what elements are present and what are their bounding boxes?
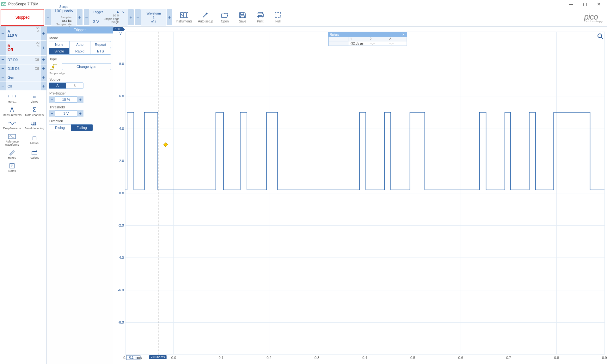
off-row: − Off + xyxy=(0,82,46,90)
direction-falling[interactable]: Falling xyxy=(71,124,93,131)
instruments-icon xyxy=(180,11,188,19)
svg-rect-3 xyxy=(187,13,188,18)
rulers-close-icon[interactable]: ✕ xyxy=(401,33,406,36)
channel-a-button[interactable]: A ±10 V DCx1 xyxy=(6,27,41,40)
gen-minus[interactable]: − xyxy=(0,73,6,82)
d7d0-plus[interactable]: + xyxy=(41,56,46,64)
trigger-panel: Trigger Mode None Auto Repeat Single Rap… xyxy=(47,27,113,364)
direction-rising[interactable]: Rising xyxy=(49,124,71,131)
svg-rect-5 xyxy=(257,14,263,16)
threshold-label: Threshold xyxy=(49,105,111,109)
scope-settings[interactable]: Scope 100 µs/div Samples 62.5 kS Sample … xyxy=(51,9,77,26)
auto-setup-button[interactable]: Auto setup xyxy=(195,9,216,26)
measurements-button[interactable]: Measurements xyxy=(1,106,23,118)
off-minus[interactable]: − xyxy=(0,82,6,90)
pencil-icon xyxy=(8,149,16,156)
threshold-minus[interactable]: − xyxy=(49,110,55,117)
mode-none[interactable]: None xyxy=(49,41,70,48)
deepmeasure-button[interactable]: DeepMeasure xyxy=(1,119,23,131)
d15d8-button[interactable]: D15-D8 Off xyxy=(6,64,41,73)
d15d8-minus[interactable]: − xyxy=(0,64,6,73)
channel-d7d0-row: − D7-D0 Off + xyxy=(0,56,46,64)
waveform-next[interactable]: + xyxy=(167,9,172,25)
instruments-button[interactable]: Instruments xyxy=(173,9,195,26)
trigger-plus[interactable]: + xyxy=(128,9,134,25)
pico-logo: pico Technology xyxy=(584,9,603,26)
mode-repeat[interactable]: Repeat xyxy=(90,41,111,48)
gen-button[interactable]: Gen xyxy=(6,73,41,82)
direction-label: Direction xyxy=(49,119,111,123)
mode-single[interactable]: Single xyxy=(49,48,70,54)
notes-icon xyxy=(8,163,16,169)
serial-decoding-button[interactable]: 1101Serial decoding xyxy=(24,119,46,131)
channel-strip: − A ±10 V DCx1 + − B Off DCx1 + − D7-D0 … xyxy=(0,27,47,364)
window-title: PicoScope 7 T&M xyxy=(8,2,564,6)
more-button[interactable]: ⋮⋮⋮More... xyxy=(1,92,23,105)
svg-rect-10 xyxy=(32,152,37,155)
trigger-minus[interactable]: − xyxy=(84,9,89,25)
reference-waveforms-button[interactable]: Reference waveforms xyxy=(1,132,23,148)
mode-auto[interactable]: Auto xyxy=(70,41,90,48)
type-caption: Simple edge xyxy=(49,72,111,75)
off-plus[interactable]: + xyxy=(41,82,46,90)
pretrigger-plus[interactable]: + xyxy=(77,96,83,103)
rulers-box[interactable]: Rulers — ✕ 12Δ -32.35 µs--.----.-- xyxy=(328,32,407,46)
side-tool-grid: ⋮⋮⋮More... ⊞Views Measurements ΣMath cha… xyxy=(0,91,46,175)
channel-b-minus[interactable]: − xyxy=(0,41,6,55)
source-selector: A B xyxy=(49,82,83,89)
open-button[interactable]: Open xyxy=(216,9,233,26)
maximize-button[interactable]: ▢ xyxy=(578,0,592,8)
masks-button[interactable]: Masks xyxy=(24,132,46,148)
channel-b-button[interactable]: B Off DCx1 xyxy=(6,41,41,55)
change-type-button[interactable]: Change type xyxy=(62,63,111,70)
run-stop-button[interactable]: Stopped xyxy=(1,9,44,26)
minimize-button[interactable]: — xyxy=(564,0,578,8)
mode-row-1: None Auto Repeat xyxy=(49,41,111,48)
rulers-minimize-icon[interactable]: — xyxy=(398,33,401,36)
full-button[interactable]: Full xyxy=(269,9,286,26)
svg-rect-2 xyxy=(184,13,186,18)
serial-icon: 1101 xyxy=(31,120,38,126)
source-a[interactable]: A xyxy=(49,83,66,88)
waveform-prev[interactable]: − xyxy=(135,9,141,25)
close-button[interactable]: ✕ xyxy=(592,0,606,8)
gen-plus[interactable]: + xyxy=(41,73,46,82)
main-toolbar: Stopped − Scope 100 µs/div Samples 62.5 … xyxy=(0,8,607,27)
pretrigger-value[interactable]: 10 % xyxy=(55,96,77,103)
threshold-plus[interactable]: + xyxy=(77,110,83,117)
views-button[interactable]: ⊞Views xyxy=(24,92,46,105)
actions-button[interactable]: Actions xyxy=(24,148,46,161)
svg-text:1101: 1101 xyxy=(32,124,36,126)
trigger-panel-header: Trigger xyxy=(47,27,113,33)
y-range-flag[interactable]: 10.0 xyxy=(113,27,123,31)
print-button[interactable]: Print xyxy=(252,9,269,26)
scope-plot[interactable]: -0.1-0.00.10.20.30.40.50.60.70.80.98.06.… xyxy=(125,32,604,355)
d15d8-plus[interactable]: + xyxy=(41,64,46,73)
off-button[interactable]: Off xyxy=(6,82,41,90)
main-area: − A ±10 V DCx1 + − B Off DCx1 + − D7-D0 … xyxy=(0,27,607,364)
svg-point-15 xyxy=(52,66,54,68)
timebase-minus[interactable]: − xyxy=(45,9,51,25)
mode-rapid[interactable]: Rapid xyxy=(70,48,90,54)
pretrigger-minus[interactable]: − xyxy=(49,96,55,103)
notes-button[interactable]: Notes xyxy=(1,161,23,174)
waveform-block: − Waveform 1 of 1 + xyxy=(135,9,173,26)
timebase-plus[interactable]: + xyxy=(77,9,83,25)
mode-ets[interactable]: ETS xyxy=(90,48,111,54)
source-label: Source xyxy=(49,77,111,81)
threshold-input: − 3 V + xyxy=(49,110,83,117)
channel-a-minus[interactable]: − xyxy=(0,27,6,40)
waveform-nav[interactable]: Waveform 1 of 1 xyxy=(141,9,166,26)
save-button[interactable]: Save xyxy=(234,9,251,26)
math-channels-button[interactable]: ΣMath channels xyxy=(24,106,46,118)
masks-icon xyxy=(31,135,38,141)
d7d0-button[interactable]: D7-D0 Off xyxy=(6,56,41,64)
trigger-settings[interactable]: Trigger A ↘ 3 V 10 % Simple edge Single xyxy=(90,9,128,26)
d7d0-minus[interactable]: − xyxy=(0,56,6,64)
rulers-button[interactable]: Rulers xyxy=(1,148,23,161)
threshold-value[interactable]: 3 V xyxy=(55,110,77,117)
compass-icon xyxy=(8,107,16,113)
channel-a-plus[interactable]: + xyxy=(41,27,46,40)
channel-b-plus[interactable]: + xyxy=(41,41,46,55)
source-b[interactable]: B xyxy=(66,83,83,88)
